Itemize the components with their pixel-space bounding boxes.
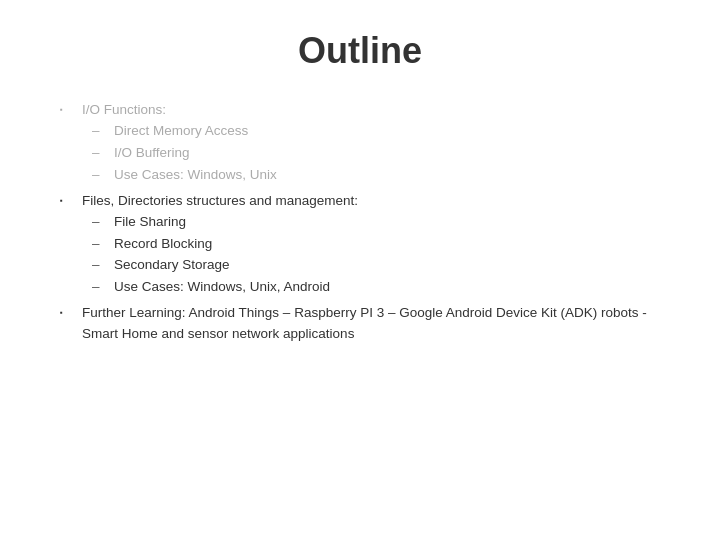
sub-io-buffering-text: I/O Buffering bbox=[114, 143, 660, 164]
bullet-symbol-2: ▪ bbox=[60, 191, 82, 207]
sub-io-buffering: – I/O Buffering bbox=[92, 143, 660, 164]
bullet-symbol-1: ▪ bbox=[60, 100, 82, 116]
sub-use-cases-2: – Use Cases: Windows, Unix, Android bbox=[92, 277, 660, 298]
bullet-files-directories-text: Files, Directories structures and manage… bbox=[82, 193, 358, 208]
dash-1: – bbox=[92, 121, 114, 142]
bullet-io-functions-text: I/O Functions: bbox=[82, 102, 166, 117]
dash-6: – bbox=[92, 255, 114, 276]
sub-secondary-storage: – Secondary Storage bbox=[92, 255, 660, 276]
sub-use-cases-1-text: Use Cases: Windows, Unix bbox=[114, 165, 660, 186]
sub-secondary-storage-text: Secondary Storage bbox=[114, 255, 660, 276]
io-sub-items: – Direct Memory Access – I/O Buffering –… bbox=[92, 121, 660, 186]
dash-5: – bbox=[92, 234, 114, 255]
bullet-further-learning: ▪ Further Learning: Android Things – Ras… bbox=[60, 303, 660, 345]
dash-3: – bbox=[92, 165, 114, 186]
bullet-symbol-3: ▪ bbox=[60, 303, 82, 319]
further-learning-text: Further Learning: Android Things – Raspb… bbox=[82, 303, 660, 345]
slide: Outline ▪ I/O Functions: – Direct Memory… bbox=[0, 0, 720, 540]
bullet-files-directories: ▪ Files, Directories structures and mana… bbox=[60, 191, 660, 300]
slide-title: Outline bbox=[298, 30, 422, 72]
dash-2: – bbox=[92, 143, 114, 164]
dash-4: – bbox=[92, 212, 114, 233]
slide-content: ▪ I/O Functions: – Direct Memory Access … bbox=[60, 100, 660, 345]
sub-record-blocking: – Record Blocking bbox=[92, 234, 660, 255]
sub-file-sharing: – File Sharing bbox=[92, 212, 660, 233]
sub-direct-memory: – Direct Memory Access bbox=[92, 121, 660, 142]
sub-record-blocking-text: Record Blocking bbox=[114, 234, 660, 255]
files-sub-items: – File Sharing – Record Blocking – Secon… bbox=[92, 212, 660, 299]
sub-direct-memory-text: Direct Memory Access bbox=[114, 121, 660, 142]
sub-use-cases-2-text: Use Cases: Windows, Unix, Android bbox=[114, 277, 660, 298]
sub-file-sharing-text: File Sharing bbox=[114, 212, 660, 233]
dash-7: – bbox=[92, 277, 114, 298]
bullet-io-functions: ▪ I/O Functions: – Direct Memory Access … bbox=[60, 100, 660, 187]
sub-use-cases-1: – Use Cases: Windows, Unix bbox=[92, 165, 660, 186]
